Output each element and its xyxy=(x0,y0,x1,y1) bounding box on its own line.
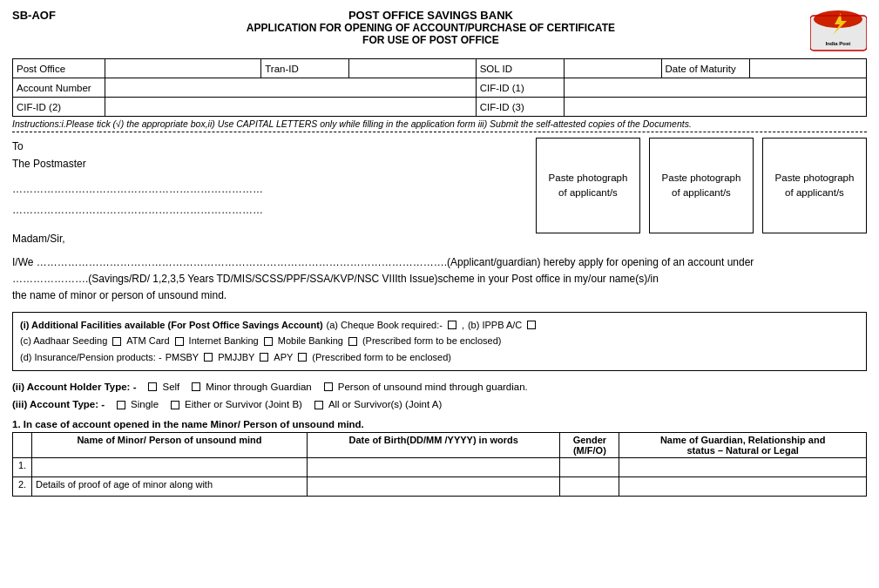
title-line3: FOR USE OF POST OFFICE xyxy=(56,34,806,46)
row2-gender[interactable] xyxy=(560,476,619,496)
option-joint-a: All or Survivor(s) (Joint A) xyxy=(313,395,442,414)
table-row: 1. xyxy=(13,457,867,476)
instructions-text: Instructions:i.Please tick (√) the appro… xyxy=(12,118,867,132)
insurance-label: (d) Insurance/Pension products: - xyxy=(20,349,162,366)
internet-label: Internet Banking xyxy=(189,333,259,349)
single-checkbox[interactable] xyxy=(117,401,125,409)
joint-a-checkbox[interactable] xyxy=(314,401,323,409)
unsound-checkbox[interactable] xyxy=(324,382,333,391)
row1-dob[interactable] xyxy=(307,457,560,476)
minor-details-table: Name of Minor/ Person of unsound mind Da… xyxy=(12,432,867,497)
cif-id-3-value[interactable] xyxy=(564,98,866,117)
to-label: To xyxy=(12,138,527,155)
atm-checkbox[interactable] xyxy=(175,337,184,346)
account-type-section: (ii) Account Holder Type: - Self Minor t… xyxy=(12,378,867,414)
self-checkbox[interactable] xyxy=(148,382,157,391)
photo-box-1: Paste photographof applicant/s xyxy=(536,138,640,233)
ippb-label: (b) IPPB A/C xyxy=(468,317,522,334)
cif-id-2-label: CIF-ID (2) xyxy=(13,98,105,117)
mobile-checkbox[interactable] xyxy=(348,337,357,346)
minor-label: Minor through Guardian xyxy=(206,378,311,396)
facilities-box: (i) Additional Facilities available (For… xyxy=(12,312,867,371)
facilities-row3: (d) Insurance/Pension products: - PMSBY … xyxy=(20,349,859,366)
aadhaar-checkbox[interactable] xyxy=(112,337,121,346)
photo-box-3: Paste photographof applicant/s xyxy=(762,138,867,233)
photo-box-2: Paste photographof applicant/s xyxy=(649,138,754,233)
post-office-label: Post Office xyxy=(13,59,105,78)
mobile-label: Mobile Banking xyxy=(278,333,343,349)
minor-checkbox[interactable] xyxy=(192,382,200,391)
title-line1: POST OFFICE SAVINGS BANK xyxy=(56,9,806,22)
prescribed-row2: (Prescribed form to be enclosed) xyxy=(362,333,502,349)
note1: 1. In case of account opened in the name… xyxy=(12,419,867,429)
main-text-block: I/We ……………………………………………………………………………………………… xyxy=(12,254,867,305)
option-self: Self xyxy=(146,378,179,396)
sol-id-label: SOL ID xyxy=(476,59,564,78)
post-office-value[interactable] xyxy=(105,59,261,78)
address-line1: ……………………………………………………………… xyxy=(12,180,527,198)
tran-id-value[interactable] xyxy=(349,59,477,78)
col-guardian-header: Name of Guardian, Relationship andstatus… xyxy=(619,432,867,457)
option-joint-b: Either or Survivor (Joint B) xyxy=(169,395,302,414)
table-row: 2. Details of proof of age of minor alon… xyxy=(13,476,867,496)
title-line2: APPLICATION FOR OPENING OF ACCOUNT/PURCH… xyxy=(56,22,806,34)
option-minor: Minor through Guardian xyxy=(190,378,311,396)
pmjjby-label: PMJJBY xyxy=(218,349,254,366)
atm-label: ATM Card xyxy=(126,333,169,349)
apy-checkbox[interactable] xyxy=(298,353,307,362)
top-grid-table: Post Office Tran-ID SOL ID Date of Matur… xyxy=(12,58,867,117)
address-line2: ……………………………………………………………… xyxy=(12,201,527,219)
account-number-value[interactable] xyxy=(105,78,477,98)
col-dob-header: Date of Birth(DD/MM /YYYY) in words xyxy=(307,432,560,457)
col-gender-header: Gender(M/F/O) xyxy=(560,432,619,457)
cheque-label: (a) Cheque Book required:- xyxy=(327,317,443,334)
title-block: POST OFFICE SAVINGS BANK APPLICATION FOR… xyxy=(56,9,806,46)
unsound-label: Person of unsound mind through guardian. xyxy=(338,378,528,396)
internet-checkbox[interactable] xyxy=(264,337,273,346)
joint-b-label: Either or Survivor (Joint B) xyxy=(185,395,302,414)
form-id: SB-AOF xyxy=(12,9,56,22)
account-holder-row: (ii) Account Holder Type: - Self Minor t… xyxy=(12,378,867,396)
cheque-checkbox[interactable] xyxy=(448,321,456,329)
joint-b-checkbox[interactable] xyxy=(171,401,179,409)
cif-id-1-label: CIF-ID (1) xyxy=(476,78,564,98)
row2-name[interactable]: Details of proof of age of minor along w… xyxy=(32,476,308,496)
option-unsound: Person of unsound mind through guardian. xyxy=(322,378,528,396)
row1-gender[interactable] xyxy=(560,457,619,476)
apy-label: APY xyxy=(274,349,293,366)
facilities-row1: (i) Additional Facilities available (For… xyxy=(20,317,859,334)
option-single: Single xyxy=(115,395,159,414)
facilities-row2: (c) Aadhaar Seeding ATM Card Internet Ba… xyxy=(20,333,859,349)
cif-id-3-label: CIF-ID (3) xyxy=(476,98,564,117)
row1-name[interactable] xyxy=(32,457,308,476)
row2-guardian[interactable] xyxy=(619,476,867,496)
aadhaar-label: (c) Aadhaar Seeding xyxy=(20,333,107,349)
photo-boxes-container: Paste photographof applicant/s Paste pho… xyxy=(536,138,867,247)
main-text-line2: ………………….(Savings/RD/ 1,2,3,5 Years TD/MI… xyxy=(12,271,867,287)
pmjjby-checkbox[interactable] xyxy=(260,353,268,362)
single-label: Single xyxy=(131,395,159,414)
cif-id-1-value[interactable] xyxy=(564,78,866,98)
sol-id-value[interactable] xyxy=(564,59,661,78)
col-name-header: Name of Minor/ Person of unsound mind xyxy=(32,432,308,457)
facilities-heading: (i) Additional Facilities available (For… xyxy=(20,317,323,334)
joint-a-label: All or Survivor(s) (Joint A) xyxy=(328,395,442,414)
prescribed-row3: (Prescribed form to be enclosed) xyxy=(312,349,451,366)
salutation: Madam/Sir, xyxy=(12,230,527,247)
account-type-row: (iii) Account Type: - Single Either or S… xyxy=(12,395,867,414)
body-section: To The Postmaster …………………………………………………………… xyxy=(12,138,867,247)
cif-id-2-value[interactable] xyxy=(105,98,477,117)
self-label: Self xyxy=(162,378,179,396)
svg-text:India Post: India Post xyxy=(826,41,851,46)
postmaster-label: The Postmaster xyxy=(12,155,527,172)
date-maturity-value[interactable] xyxy=(749,59,866,78)
ippb-checkbox[interactable] xyxy=(527,321,536,329)
row1-guardian[interactable] xyxy=(619,457,867,476)
address-block: To The Postmaster …………………………………………………………… xyxy=(12,138,527,247)
pmsby-label: PMSBY xyxy=(166,349,199,366)
col-num-header xyxy=(13,432,32,457)
row2-dob[interactable] xyxy=(307,476,560,496)
row-num-1: 1. xyxy=(13,457,32,476)
comma-sep: , xyxy=(462,317,464,334)
pmsby-checkbox[interactable] xyxy=(204,353,213,362)
